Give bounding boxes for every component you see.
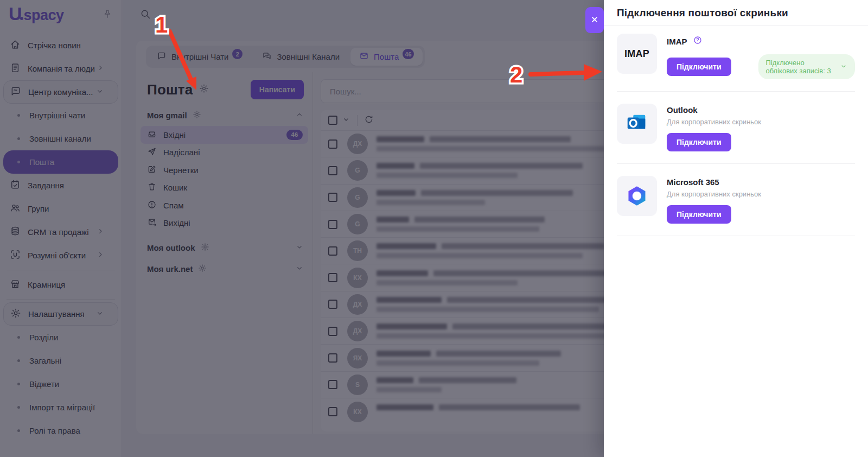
panel-title: Підключення поштової скриньки — [617, 7, 788, 19]
imap-logo: IMAP — [617, 34, 657, 74]
panel-close-button[interactable] — [585, 7, 604, 33]
imap-connect-button[interactable]: Підключити — [667, 58, 731, 76]
microsoft365-logo — [617, 176, 657, 216]
status-text: Підключено облікових записів: 3 — [766, 59, 835, 75]
outlook-connect-button[interactable]: Підключити — [667, 133, 731, 151]
panel-divider — [617, 163, 855, 164]
provider-outlook: Outlook Для корпоративних скриньок Підкл… — [604, 96, 868, 151]
microsoft365-connect-button[interactable]: Підключити — [667, 205, 731, 224]
provider-name: Outlook — [667, 105, 698, 115]
chevron-down-icon — [840, 62, 847, 72]
close-icon — [590, 15, 599, 26]
provider-imap: IMAP IMAP Підключити Підключено облікови… — [604, 26, 868, 79]
imap-connected-status[interactable]: Підключено облікових записів: 3 — [758, 54, 855, 79]
provider-name: IMAP — [667, 37, 687, 46]
microsoft365-logo-icon — [624, 183, 649, 208]
help-icon[interactable] — [693, 35, 703, 47]
provider-name: Microsoft 365 — [667, 177, 719, 187]
mailbox-connect-panel: Підключення поштової скриньки IMAP IMAP … — [604, 0, 868, 457]
outlook-logo-icon — [624, 111, 649, 136]
provider-subtitle: Для корпоративних скриньок — [667, 118, 761, 126]
provider-subtitle: Для корпоративних скриньок — [667, 190, 761, 198]
panel-divider — [617, 236, 855, 236]
app-root: U spacy Стрічка новин Компанія та люди Ц… — [0, 0, 868, 457]
outlook-logo — [617, 104, 657, 144]
provider-microsoft365: Microsoft 365 Для корпоративних скриньок… — [604, 168, 868, 224]
panel-divider — [617, 91, 855, 92]
